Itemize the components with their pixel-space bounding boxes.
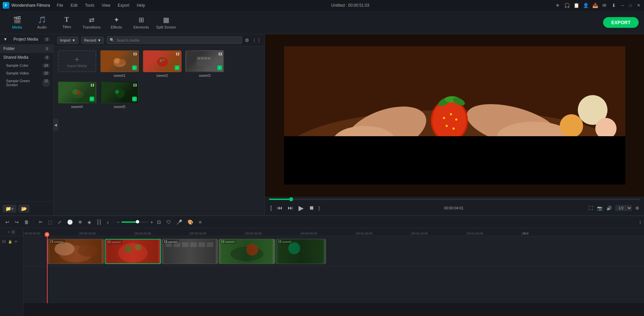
sidebar-item-sample-green-screen[interactable]: Sample Green Screen 10 xyxy=(0,77,53,89)
media-item-sweet3[interactable]: 🎞 ✓ sweet3 xyxy=(185,50,224,77)
preview-stop[interactable]: ⏹ xyxy=(308,204,316,212)
cut-button[interactable]: ✂ xyxy=(37,218,45,226)
resize-right-sweet3[interactable] xyxy=(216,239,218,264)
delete-button[interactable]: 🗑 xyxy=(22,218,31,226)
timeline-clip-sweet3[interactable]: 🎞 sweet3 xyxy=(162,239,218,264)
download-icon[interactable]: ⬇ xyxy=(610,2,617,9)
split-button[interactable]: ⎮⎮ xyxy=(95,218,103,226)
media-item-sweet4[interactable]: 🎞 ✓ sweet4 xyxy=(58,82,96,109)
sun-icon[interactable]: ☀ xyxy=(554,2,561,9)
import-media-item[interactable]: + Import Media xyxy=(58,50,96,77)
freeze-frame-button[interactable]: ❄ xyxy=(76,218,84,226)
preview-in-point[interactable]: [ xyxy=(269,204,273,212)
mail-icon[interactable]: ✉ xyxy=(601,2,608,9)
color-match-button[interactable]: ◈ xyxy=(86,218,93,226)
media-thumb-sweet3[interactable]: 🎞 ✓ xyxy=(185,50,224,72)
headphone-icon[interactable]: 🎧 xyxy=(564,2,570,9)
add-folder-button[interactable]: 📁+ xyxy=(3,205,16,213)
person-icon[interactable]: 👤 xyxy=(582,2,589,9)
left-panel-footer: 📁+ 📂 xyxy=(0,202,53,215)
redo-button[interactable]: ↪ xyxy=(13,218,21,226)
project-media-toggle[interactable]: ▼ xyxy=(3,37,7,42)
media-thumb-sweet1[interactable]: 🎞 ✓ xyxy=(100,50,139,72)
record-dropdown[interactable]: Record ▼ xyxy=(81,37,104,44)
crop-button[interactable]: ⬚ xyxy=(46,218,54,226)
undo-button[interactable]: ↩ xyxy=(3,218,11,226)
preview-play[interactable]: ▶ xyxy=(297,203,305,213)
svg-point-28 xyxy=(450,113,452,115)
screenshot-button[interactable]: 📷 xyxy=(596,205,603,211)
audio-button[interactable]: ♪ xyxy=(105,218,111,226)
fullscreen-button[interactable]: ⛶ xyxy=(588,205,594,211)
preview-scrubber[interactable] xyxy=(269,199,640,200)
toolbar-audio[interactable]: 🎵 Audio xyxy=(30,12,54,33)
sidebar-item-folder[interactable]: Folder 5 xyxy=(0,44,53,53)
detach-button[interactable]: ⤢ xyxy=(56,218,64,226)
timeline-clip-sweet5[interactable]: 🎞 sweet5 xyxy=(276,239,326,264)
sidebar-item-sample-video[interactable]: Sample Video 20 xyxy=(0,69,53,77)
preview-frame-back[interactable]: ⏭ xyxy=(286,204,294,212)
menu-help[interactable]: Help xyxy=(136,2,147,8)
toolbar-transitions[interactable]: ⇄ Transitions xyxy=(80,12,103,33)
clip-speed-button[interactable]: 🕐 xyxy=(65,218,75,226)
lock-icon[interactable]: 🔒 xyxy=(7,239,13,244)
resize-right-sweet1[interactable] xyxy=(102,239,104,264)
timeline-clip-sweet4[interactable]: 🎞 sweet4 xyxy=(219,239,275,264)
zoom-select[interactable]: 1/2 1/4 Full xyxy=(615,205,632,211)
menu-view[interactable]: View xyxy=(100,2,112,8)
timeline-zoom-in[interactable]: + xyxy=(150,219,153,225)
toolbar-media[interactable]: 🎬 Media xyxy=(5,12,29,33)
link-icon[interactable]: ⛓ xyxy=(11,230,15,234)
toolbar-elements[interactable]: ⊞ Elements xyxy=(129,12,153,33)
preview-step-back[interactable]: ⏮ xyxy=(276,204,284,212)
toolbar-titles[interactable]: T Titles xyxy=(55,12,78,33)
color-button[interactable]: 🎨 xyxy=(185,218,195,226)
media-thumb-sweet5[interactable]: 🎞 ✓ xyxy=(100,82,139,103)
timeline-clip-sweet1[interactable]: 🎞 sweet1 xyxy=(48,239,104,264)
add-track-icon[interactable]: + xyxy=(8,230,10,234)
main-area: ▼ Project Media 5 Folder 5 Shared Media … xyxy=(0,34,644,215)
volume-button[interactable]: 🔊 xyxy=(606,205,612,211)
menu-export[interactable]: Export xyxy=(116,2,131,8)
collapse-panel-button[interactable]: ◀ xyxy=(53,119,58,131)
minimize-button[interactable]: ─ xyxy=(620,3,625,8)
import-dropdown[interactable]: Import ▼ xyxy=(57,37,78,44)
stabilize-button[interactable]: 🛡 xyxy=(164,218,173,226)
resize-right-sweet2[interactable] xyxy=(158,240,160,263)
clipboard-icon[interactable]: 📋 xyxy=(573,2,580,9)
media-item-sweet1[interactable]: 🎞 ✓ sweet1 xyxy=(100,50,139,77)
media-item-sweet2[interactable]: 🎞 ✓ sweet2 xyxy=(143,50,181,77)
timeline-zoom-out[interactable]: − xyxy=(117,219,119,225)
scrubber-handle[interactable] xyxy=(289,197,293,201)
resize-right-sweet5[interactable] xyxy=(324,239,326,264)
media-item-sweet5[interactable]: 🎞 ✓ sweet5 xyxy=(100,82,139,109)
grid-view-icon[interactable]: ⋮⋮ xyxy=(252,38,261,43)
menu-file[interactable]: File xyxy=(55,2,64,8)
menu-tools[interactable]: Tools xyxy=(84,2,96,8)
maximize-button[interactable]: □ xyxy=(628,3,633,8)
resize-right-sweet4[interactable] xyxy=(273,239,275,264)
import-media-button[interactable]: + Import Media xyxy=(58,50,96,72)
zoom-slider-handle[interactable] xyxy=(136,220,139,223)
close-button[interactable]: ✕ xyxy=(636,3,641,8)
timeline-clip-sweet2[interactable]: 🎞 sweet2 xyxy=(105,239,161,264)
media-thumb-sweet2[interactable]: 🎞 ✓ xyxy=(143,50,181,72)
export-button[interactable]: EXPORT xyxy=(603,17,639,28)
media-thumb-sweet4[interactable]: 🎞 ✓ xyxy=(58,82,96,103)
menu-edit[interactable]: Edit xyxy=(69,2,79,8)
playhead-marker[interactable]: ✕ xyxy=(45,232,49,237)
search-input[interactable] xyxy=(116,38,239,42)
inbox-icon[interactable]: 📥 xyxy=(592,2,598,9)
zoom-slider-track[interactable] xyxy=(121,221,148,223)
sidebar-item-sample-color[interactable]: Sample Color 24 xyxy=(0,62,53,69)
filter-icon[interactable]: ⚙ xyxy=(245,38,249,43)
eye-icon[interactable]: 👁 xyxy=(13,239,19,244)
toolbar-effects[interactable]: ✦ Effects xyxy=(105,12,128,33)
toolbar-split-screen[interactable]: ▦ Split Screen xyxy=(154,12,178,33)
sidebar-item-shared-media[interactable]: Shared Media 0 xyxy=(0,53,53,62)
subtitle-button[interactable]: ≡ xyxy=(197,218,203,226)
folder-settings-button[interactable]: 📂 xyxy=(18,205,30,213)
fit-timeline-button[interactable]: ⊡ xyxy=(155,218,163,226)
settings-button[interactable]: ⚙ xyxy=(635,205,640,211)
voiceover-button[interactable]: 🎤 xyxy=(174,218,184,226)
